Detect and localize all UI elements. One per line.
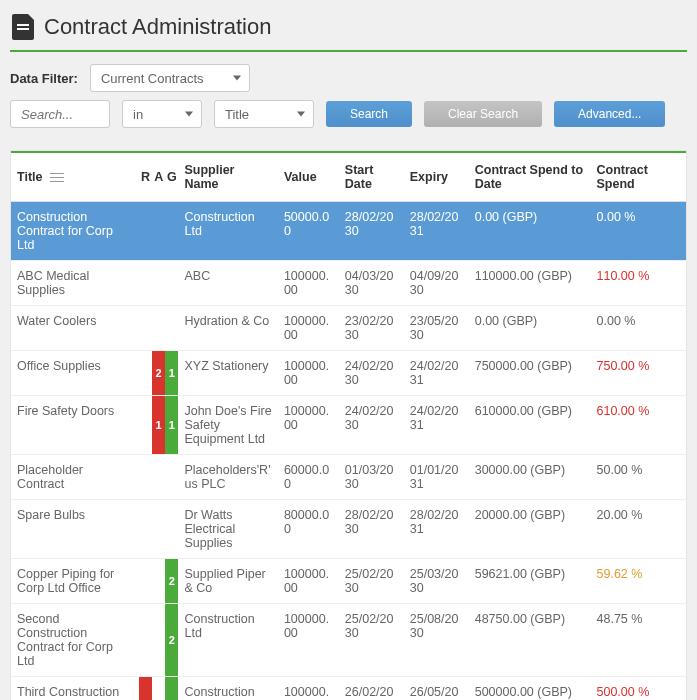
cell-expiry: 28/02/2031: [404, 202, 469, 261]
rag-cell: 2: [165, 604, 178, 677]
cell-value: 100000.00: [278, 677, 339, 701]
rag-cell: [152, 677, 165, 701]
cell-start: 26/02/2030: [339, 677, 404, 701]
cell-value: 100000.00: [278, 559, 339, 604]
col-spend-pct[interactable]: Contract Spend: [591, 153, 686, 202]
cell-spend: 0.00 (GBP): [469, 202, 591, 261]
col-r[interactable]: R: [139, 153, 152, 202]
search-button[interactable]: Search: [326, 101, 412, 127]
rag-cell: [152, 202, 165, 261]
rag-cell: 1: [165, 396, 178, 455]
col-supplier[interactable]: Supplier Name: [178, 153, 277, 202]
col-g[interactable]: G: [165, 153, 178, 202]
data-filter-select[interactable]: Current Contracts: [90, 64, 250, 92]
table-row[interactable]: Copper Piping for Corp Ltd Office2Suppli…: [11, 559, 686, 604]
rag-cell: 2: [152, 351, 165, 396]
rag-cell: [152, 500, 165, 559]
table-row[interactable]: Spare BulbsDr Watts Electrical Supplies8…: [11, 500, 686, 559]
search-field-select[interactable]: Title: [214, 100, 314, 128]
cell-value: 100000.00: [278, 604, 339, 677]
cell-start: 24/02/2030: [339, 396, 404, 455]
contracts-table: Title R A G Supplier Name Value Start Da…: [11, 153, 686, 700]
cell-spend: 30000.00 (GBP): [469, 455, 591, 500]
rag-cell: 1: [165, 351, 178, 396]
cell-supplier: Dr Watts Electrical Supplies: [178, 500, 277, 559]
data-filter-value: Current Contracts: [101, 71, 204, 86]
cell-value: 100000.00: [278, 261, 339, 306]
table-row[interactable]: ABC Medical SuppliesABC100000.0004/03/20…: [11, 261, 686, 306]
sort-icon: [50, 173, 64, 183]
cell-expiry: 24/02/2031: [404, 351, 469, 396]
cell-value: 80000.00: [278, 500, 339, 559]
cell-title: Second Construction Contract for Corp Lt…: [11, 604, 139, 677]
cell-supplier: Hydration & Co: [178, 306, 277, 351]
table-row[interactable]: Office Supplies21XYZ Stationery100000.00…: [11, 351, 686, 396]
col-a[interactable]: A: [152, 153, 165, 202]
search-input[interactable]: [10, 100, 110, 128]
cell-value: 60000.00: [278, 455, 339, 500]
table-row[interactable]: Placeholder ContractPlaceholders'R'us PL…: [11, 455, 686, 500]
cell-pct: 48.75 %: [591, 604, 686, 677]
rag-cell: 2: [165, 559, 178, 604]
col-expiry[interactable]: Expiry: [404, 153, 469, 202]
cell-start: 23/02/2030: [339, 306, 404, 351]
cell-start: 01/03/2030: [339, 455, 404, 500]
rag-cell: [152, 261, 165, 306]
search-operator-select[interactable]: in: [122, 100, 202, 128]
cell-value: 100000.00: [278, 396, 339, 455]
cell-value: 100000.00: [278, 351, 339, 396]
rag-cell: [165, 455, 178, 500]
rag-cell: [139, 559, 152, 604]
cell-spend: 0.00 (GBP): [469, 306, 591, 351]
cell-title: Placeholder Contract: [11, 455, 139, 500]
cell-pct: 0.00 %: [591, 202, 686, 261]
col-title[interactable]: Title: [11, 153, 139, 202]
rag-cell: [165, 261, 178, 306]
cell-pct: 50.00 %: [591, 455, 686, 500]
clear-search-button[interactable]: Clear Search: [424, 101, 542, 127]
cell-supplier: ABC: [178, 261, 277, 306]
cell-spend: 20000.00 (GBP): [469, 500, 591, 559]
cell-supplier: Construction Ltd: [178, 677, 277, 701]
cell-supplier: XYZ Stationery: [178, 351, 277, 396]
table-row[interactable]: Construction Contract for Corp LtdConstr…: [11, 202, 686, 261]
cell-pct: 59.62 %: [591, 559, 686, 604]
col-value[interactable]: Value: [278, 153, 339, 202]
table-row[interactable]: Third Construction Contract for Corp Ltd…: [11, 677, 686, 701]
cell-value: 50000.00: [278, 202, 339, 261]
cell-supplier: Placeholders'R'us PLC: [178, 455, 277, 500]
rag-cell: [139, 306, 152, 351]
chevron-down-icon: [297, 112, 305, 117]
cell-expiry: 24/02/2031: [404, 396, 469, 455]
col-start[interactable]: Start Date: [339, 153, 404, 202]
cell-spend: 59621.00 (GBP): [469, 559, 591, 604]
cell-supplier: Supplied Piper & Co: [178, 559, 277, 604]
cell-title: Water Coolers: [11, 306, 139, 351]
rag-cell: [165, 306, 178, 351]
cell-expiry: 01/01/2031: [404, 455, 469, 500]
cell-start: 25/02/2030: [339, 559, 404, 604]
rag-cell: 1: [165, 677, 178, 701]
cell-spend: 48750.00 (GBP): [469, 604, 591, 677]
cell-title: Construction Contract for Corp Ltd: [11, 202, 139, 261]
cell-title: ABC Medical Supplies: [11, 261, 139, 306]
chevron-down-icon: [233, 76, 241, 81]
rag-cell: [152, 604, 165, 677]
cell-start: 24/02/2030: [339, 351, 404, 396]
cell-pct: 750.00 %: [591, 351, 686, 396]
rag-cell: [139, 261, 152, 306]
table-header-row: Title R A G Supplier Name Value Start Da…: [11, 153, 686, 202]
col-spend-to-date[interactable]: Contract Spend to Date: [469, 153, 591, 202]
rag-cell: 1: [152, 396, 165, 455]
cell-expiry: 23/05/2030: [404, 306, 469, 351]
grid-wrap: Title R A G Supplier Name Value Start Da…: [10, 150, 687, 700]
data-filter-label: Data Filter:: [10, 71, 78, 86]
advanced-button[interactable]: Advanced...: [554, 101, 665, 127]
cell-supplier: Construction Ltd: [178, 202, 277, 261]
cell-expiry: 04/09/2030: [404, 261, 469, 306]
table-row[interactable]: Second Construction Contract for Corp Lt…: [11, 604, 686, 677]
table-row[interactable]: Fire Safety Doors11John Doe's Fire Safet…: [11, 396, 686, 455]
cell-title: Third Construction Contract for Corp Ltd: [11, 677, 139, 701]
cell-pct: 20.00 %: [591, 500, 686, 559]
table-row[interactable]: Water CoolersHydration & Co100000.0023/0…: [11, 306, 686, 351]
